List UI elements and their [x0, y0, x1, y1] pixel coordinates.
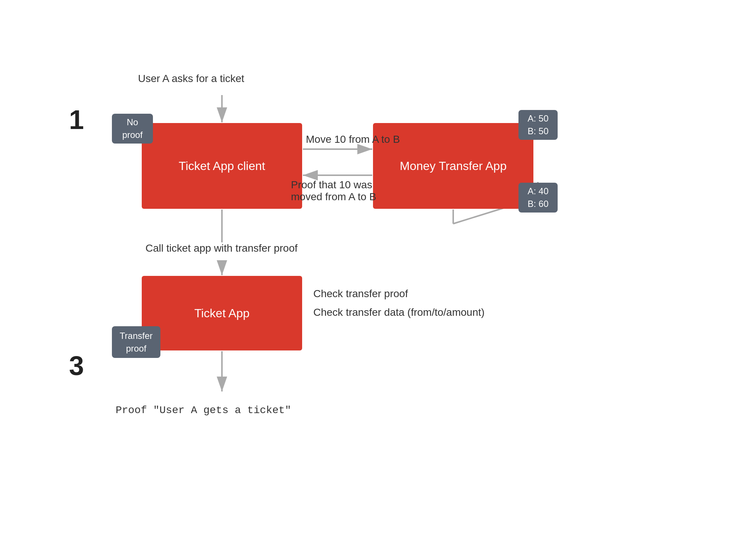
balance-before-label: A: 50 B: 50 — [527, 112, 548, 137]
diagram-container: 1 2 3 3 Ticket App client Money Transfer… — [0, 0, 746, 560]
proof-moved-label: Proof that 10 was moved from A to B — [291, 167, 376, 203]
step-number-1: 1 — [69, 104, 84, 135]
step-number-3b: 3 — [69, 350, 84, 381]
ticket-app-client-label: Ticket App client — [179, 159, 265, 173]
balance-before-badge: A: 50 B: 50 — [518, 110, 558, 140]
user-asks-label: User A asks for a ticket — [138, 73, 244, 85]
check-proof-label: Check transfer proof — [313, 288, 408, 300]
money-transfer-app-label: Money Transfer App — [400, 159, 507, 173]
transfer-proof-label: Transfer proof — [120, 330, 153, 355]
ticket-app-label: Ticket App — [194, 306, 250, 320]
arrows-svg — [0, 0, 746, 560]
no-proof-label: No proof — [122, 116, 143, 141]
final-proof-label: Proof "User A gets a ticket" — [116, 405, 291, 416]
transfer-proof-badge: Transfer proof — [112, 326, 160, 358]
no-proof-badge: No proof — [112, 114, 153, 144]
balance-after-label: A: 40 B: 60 — [527, 185, 548, 210]
move-10-label: Move 10 from A to B — [306, 133, 400, 145]
ticket-app-client-box: Ticket App client — [142, 123, 302, 209]
ticket-app-box: Ticket App — [142, 276, 302, 350]
balance-after-badge: A: 40 B: 60 — [518, 183, 558, 213]
check-data-label: Check transfer data (from/to/amount) — [313, 306, 485, 318]
call-ticket-label: Call ticket app with transfer proof — [145, 242, 298, 254]
